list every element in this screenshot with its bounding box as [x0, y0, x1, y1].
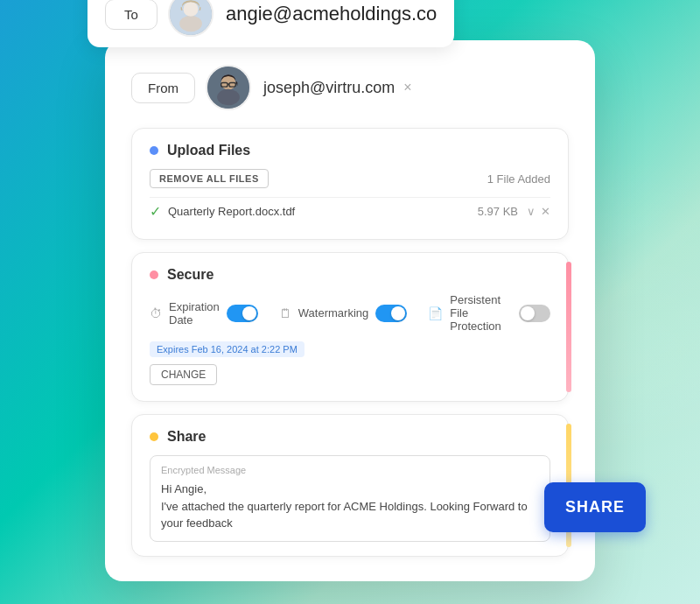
upload-section: Upload Files REMOVE ALL FILES 1 File Add…	[131, 128, 569, 240]
message-line2: I've attached the quarterly report for A…	[161, 500, 528, 530]
to-email: angie@acmeholdings.co	[226, 3, 437, 25]
share-title: Share	[167, 429, 206, 445]
main-wrapper: To angie@acmeholdings.co From	[105, 23, 595, 581]
file-count: 1 File Added	[487, 172, 550, 186]
watermarking-label: Watermarking	[298, 306, 368, 320]
persistent-icon: 📄	[428, 306, 443, 320]
main-card: From joseph@virtru.com ×	[105, 40, 595, 581]
share-wrapper: Share Encrypted Message Hi Angie, I've a…	[131, 414, 569, 557]
file-remove-icon[interactable]: ✕	[541, 205, 550, 218]
message-area: Encrypted Message Hi Angie, I've attache…	[150, 455, 550, 542]
from-row: From joseph@virtru.com ×	[131, 65, 569, 110]
persistent-label: Persistent File Protection	[450, 293, 512, 333]
expiration-toggle-item: ⏱ Expiration Date	[150, 300, 258, 327]
expiration-toggle-knob	[242, 306, 256, 320]
expiration-toggle[interactable]	[227, 305, 258, 322]
persistent-toggle-knob	[521, 306, 535, 320]
file-actions: ∨ ✕	[527, 205, 550, 218]
file-expand-icon[interactable]: ∨	[527, 205, 536, 218]
svg-point-3	[184, 2, 199, 17]
expiry-info: Expires Feb 16, 2024 at 2:22 PM	[150, 333, 550, 357]
watermarking-toggle-item: 🗒 Watermarking	[279, 305, 407, 322]
to-avatar	[168, 0, 214, 37]
file-size: 5.97 KB	[478, 205, 518, 218]
share-button[interactable]: SHARE	[544, 482, 646, 532]
message-line1: Hi Angie,	[161, 482, 206, 495]
toggle-row: ⏱ Expiration Date 🗒 Watermarking 📄 Persi…	[150, 293, 550, 333]
expiration-icon: ⏱	[150, 306, 162, 320]
watermarking-icon: 🗒	[279, 306, 291, 320]
check-icon: ✓	[150, 203, 161, 220]
share-section: Share Encrypted Message Hi Angie, I've a…	[131, 414, 569, 557]
file-name: Quarterly Report.docx.tdf	[168, 205, 295, 218]
from-email: joseph@virtru.com	[263, 79, 395, 97]
upload-toolbar: REMOVE ALL FILES 1 File Added	[150, 169, 550, 188]
persistent-toggle[interactable]	[519, 305, 550, 322]
to-row: To angie@acmeholdings.co	[88, 0, 454, 47]
expiry-date: Expires Feb 16, 2024 at 2:22 PM	[150, 341, 304, 357]
watermarking-toggle[interactable]	[375, 305, 407, 322]
share-button-container: SHARE	[544, 482, 646, 532]
secure-dot	[150, 270, 158, 279]
secure-title: Secure	[167, 267, 214, 283]
share-header: Share	[150, 429, 550, 445]
remove-all-button[interactable]: REMOVE ALL FILES	[150, 169, 269, 188]
from-label: From	[131, 73, 195, 103]
file-left: ✓ Quarterly Report.docx.tdf	[150, 203, 295, 220]
expiration-label: Expiration Date	[169, 300, 220, 327]
from-avatar	[206, 65, 251, 110]
message-label: Encrypted Message	[161, 465, 539, 475]
svg-point-2	[179, 16, 202, 32]
watermarking-toggle-knob	[391, 306, 405, 320]
change-button[interactable]: CHANGE	[150, 364, 217, 385]
secure-section: Secure ⏱ Expiration Date 🗒 Watermarking	[131, 252, 569, 402]
file-row: ✓ Quarterly Report.docx.tdf 5.97 KB ∨ ✕	[150, 197, 550, 225]
persistent-toggle-item: 📄 Persistent File Protection	[428, 293, 550, 333]
file-right: 5.97 KB ∨ ✕	[478, 205, 550, 218]
upload-title: Upload Files	[167, 143, 250, 158]
upload-header: Upload Files	[150, 143, 550, 158]
share-dot	[150, 432, 158, 441]
to-label: To	[105, 0, 158, 30]
message-text: Hi Angie, I've attached the quarterly re…	[161, 481, 539, 532]
upload-dot	[150, 146, 158, 155]
from-close-icon[interactable]: ×	[403, 80, 411, 95]
secure-header: Secure	[150, 267, 550, 283]
svg-point-6	[217, 89, 240, 105]
